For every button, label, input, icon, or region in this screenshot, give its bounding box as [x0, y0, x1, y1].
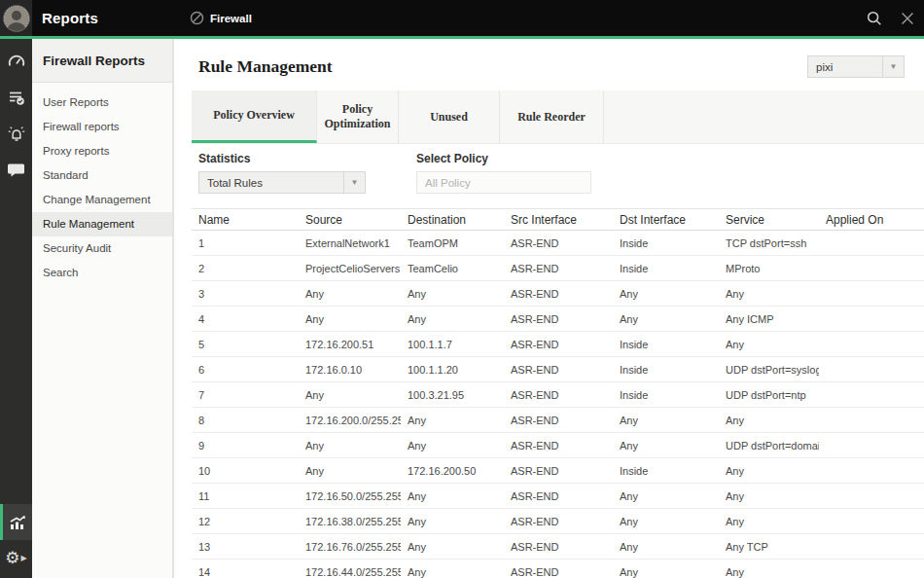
- rail-item-alarms[interactable]: [0, 115, 32, 151]
- table-header-row: Name Source Destination Src Interface Ds…: [192, 209, 924, 231]
- cell-src-interface: ASR-END: [504, 281, 613, 307]
- tab-rule-reorder[interactable]: Rule Reorder: [500, 90, 604, 143]
- cell-dst-interface: Any: [613, 484, 719, 509]
- col-header-name: Name: [192, 209, 299, 231]
- close-icon[interactable]: [899, 10, 916, 27]
- sidebar-item-standard[interactable]: Standard: [32, 163, 172, 188]
- cell-name: 3: [192, 281, 299, 307]
- rail-item-support[interactable]: [0, 151, 32, 187]
- table-body: 1 ExternalNetwork1 TeamOPM ASR-END Insid…: [192, 231, 924, 578]
- cell-service: TCP dstPort=ssh: [719, 231, 819, 256]
- cell-dst-interface: Any: [613, 534, 719, 560]
- sidebar-item-rule-management[interactable]: Rule Management: [32, 212, 172, 236]
- cell-dst-interface: Any: [613, 281, 719, 307]
- cell-src-interface: ASR-END: [504, 484, 613, 509]
- table-row: 12 172.16.38.0/255.255.248.0 Any ASR-END…: [192, 509, 924, 534]
- caret-right-icon: ▶: [21, 554, 27, 562]
- topbar-tab-label: Firewall: [210, 13, 252, 24]
- cell-service: UDP dstPort=syslog: [719, 357, 819, 382]
- rail-item-settings[interactable]: ⚙ ▶: [0, 540, 32, 576]
- rail-item-dashboard[interactable]: [0, 43, 32, 79]
- cell-destination: Any: [401, 534, 504, 560]
- user-avatar[interactable]: [3, 5, 30, 32]
- statistics-select[interactable]: Total Rules ▼: [198, 171, 366, 194]
- topbar: Reports Firewall: [0, 0, 924, 36]
- cell-dst-interface: Any: [613, 408, 719, 433]
- cell-source: Any: [299, 433, 401, 458]
- cell-applied-on: [819, 458, 924, 484]
- device-select[interactable]: pixi ▼: [807, 55, 905, 78]
- cell-destination: Any: [401, 281, 504, 307]
- tab-bar: Policy Overview Policy Optimization Unus…: [192, 90, 924, 144]
- cell-service: Any TCP: [719, 534, 819, 560]
- policy-input[interactable]: [416, 171, 591, 194]
- rules-table: Name Source Destination Src Interface Ds…: [192, 208, 924, 578]
- sidebar-item-change-management[interactable]: Change Management: [32, 188, 172, 212]
- rail-item-inventory[interactable]: [0, 79, 32, 115]
- cell-destination: TeamCelio: [401, 256, 504, 281]
- filters: Statistics Total Rules ▼ Select Policy: [198, 152, 924, 194]
- topbar-tab-firewall[interactable]: Firewall: [190, 0, 252, 36]
- table-row: 9 Any Any ASR-END Any UDP dstPort=domain: [192, 433, 924, 458]
- col-header-src-interface: Src Interface: [504, 209, 613, 231]
- cell-src-interface: ASR-END: [504, 256, 613, 281]
- cell-destination: Any: [401, 509, 504, 534]
- select-policy-label: Select Policy: [416, 152, 591, 165]
- cell-source: Any: [299, 382, 401, 408]
- cell-src-interface: ASR-END: [504, 534, 613, 560]
- cell-source: 172.16.200.0/255.255.255.0: [299, 408, 401, 433]
- cell-name: 10: [192, 458, 299, 484]
- cell-dst-interface: Inside: [613, 382, 719, 408]
- rail-item-reports[interactable]: [0, 504, 32, 540]
- avatar-box: [0, 0, 32, 36]
- cell-name: 13: [192, 534, 299, 560]
- cell-src-interface: ASR-END: [504, 509, 613, 534]
- cell-destination: Any: [401, 408, 504, 433]
- table-row: 14 172.16.44.0/255.255.248.0 Any ASR-END…: [192, 560, 924, 578]
- cell-source: 172.16.76.0/255.255.248.0: [299, 534, 401, 560]
- cell-destination: Any: [401, 484, 504, 509]
- cell-applied-on: [819, 231, 924, 256]
- tab-unused[interactable]: Unused: [399, 90, 500, 143]
- icon-rail: ⚙ ▶: [0, 39, 32, 578]
- prohibition-circle-icon: [190, 11, 204, 25]
- cell-applied-on: [819, 256, 924, 281]
- table-row: 2 ProjectCelioServers TeamCelio ASR-END …: [192, 256, 924, 281]
- tab-policy-optimization[interactable]: Policy Optimization: [317, 90, 399, 143]
- statistics-filter: Statistics Total Rules ▼: [198, 152, 366, 194]
- sidebar-item-security-audit[interactable]: Security Audit: [32, 236, 172, 261]
- cell-dst-interface: Any: [613, 307, 719, 332]
- cell-destination: Any: [401, 433, 504, 458]
- cell-source: 172.16.44.0/255.255.248.0: [299, 560, 401, 578]
- tab-policy-overview[interactable]: Policy Overview: [192, 90, 317, 143]
- sidebar-item-firewall-reports[interactable]: Firewall reports: [32, 115, 172, 139]
- cell-service: MProto: [719, 256, 819, 281]
- cell-dst-interface: Inside: [613, 458, 719, 484]
- cell-source: 172.16.200.51: [299, 332, 401, 357]
- cell-source: ProjectCelioServers: [299, 256, 401, 281]
- page-title: Rule Management: [198, 56, 333, 77]
- cell-dst-interface: Any: [613, 509, 719, 534]
- cell-applied-on: [819, 484, 924, 509]
- cell-source: Any: [299, 281, 401, 307]
- table-row: 10 Any 172.16.200.50 ASR-END Inside Any: [192, 458, 924, 484]
- sidebar-item-user-reports[interactable]: User Reports: [32, 90, 172, 115]
- cell-dst-interface: Inside: [613, 332, 719, 357]
- table-row: 6 172.16.0.10 100.1.1.20 ASR-END Inside …: [192, 357, 924, 382]
- cell-service: UDP dstPort=ntp: [719, 382, 819, 408]
- cell-dst-interface: Inside: [613, 357, 719, 382]
- cell-name: 9: [192, 433, 299, 458]
- cell-service: Any: [719, 509, 819, 534]
- cell-src-interface: ASR-END: [504, 231, 613, 256]
- cell-service: Any: [719, 560, 819, 578]
- cell-service: Any: [719, 281, 819, 307]
- search-icon[interactable]: [866, 10, 883, 27]
- cell-dst-interface: Any: [613, 433, 719, 458]
- sidebar-item-proxy-reports[interactable]: Proxy reports: [32, 139, 172, 163]
- sidebar: Firewall Reports User Reports Firewall r…: [32, 39, 173, 578]
- cell-service: Any: [719, 408, 819, 433]
- sidebar-item-search[interactable]: Search: [32, 261, 172, 285]
- main-content: Rule Management pixi ▼ Policy Overview P…: [173, 39, 924, 578]
- cell-name: 11: [192, 484, 299, 509]
- chevron-down-icon: ▼: [343, 172, 365, 193]
